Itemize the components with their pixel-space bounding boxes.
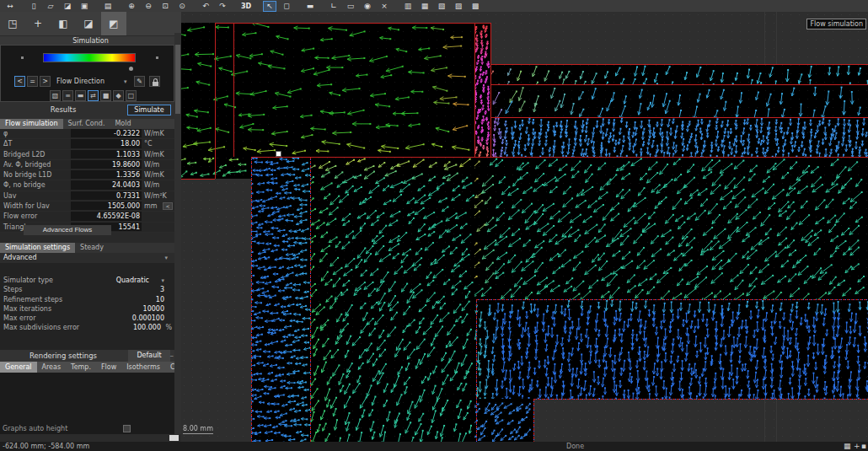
direction-greater-button[interactable]: > (40, 76, 51, 87)
select-tool-icon[interactable]: ↖ (263, 1, 276, 12)
small-view-icon[interactable]: ▪ (861, 442, 866, 451)
edit-pen-button[interactable]: ✎ (134, 76, 145, 87)
result-label: Φ, no bridge (3, 181, 46, 189)
advanced-mode-row[interactable]: Advanced ▾ (0, 253, 174, 263)
lines-style-icon[interactable]: ≡ (62, 90, 73, 101)
mesh-delete-tool-icon[interactable]: × (378, 1, 391, 12)
zoom-out-icon[interactable]: ⊖ (142, 1, 155, 12)
result-unit: W/mK (144, 151, 164, 158)
direction-equal-button[interactable]: = (27, 76, 38, 87)
layers-tab-icon[interactable]: ◧ (51, 12, 76, 35)
zoom-plus-icon[interactable]: + (854, 442, 860, 451)
transform-tab-icon[interactable]: + (25, 12, 51, 35)
sidebar-vertical-scrollbar[interactable] (174, 33, 181, 434)
field-selector-value[interactable]: Flow Direction (56, 78, 104, 85)
histogram-chart-icon[interactable]: ▧ (435, 1, 448, 12)
collapse-icon[interactable]: – (170, 352, 174, 360)
display-style-row: ▧≡▬⇄■◆□ (1, 90, 175, 101)
tab-simulation-settings[interactable]: Simulation settings (0, 243, 75, 253)
comment-tool-icon[interactable]: ▭ (344, 1, 357, 12)
result-row: Width for Uav1505.000mm< (0, 201, 174, 212)
rendering-preset-button[interactable]: Default (128, 350, 170, 362)
zoom-in-icon[interactable]: ⊕ (125, 1, 138, 12)
area-select-tool-icon[interactable]: ◻ (280, 1, 293, 12)
lock-button[interactable] (149, 76, 160, 87)
setting-label: Steps (3, 286, 22, 293)
corner-tool-icon[interactable]: ∟ (327, 1, 340, 12)
droplet-style-icon[interactable]: ◆ (113, 90, 124, 101)
project-tab-icon[interactable]: ◳ (0, 12, 25, 35)
graphs-auto-height-checkbox[interactable] (123, 425, 131, 432)
print-icon[interactable]: ▤ (101, 1, 115, 12)
outline-style-icon[interactable]: □ (126, 90, 137, 101)
result-row: Flow error4.65592E-08 (0, 212, 174, 222)
advanced-flows-button[interactable]: Advanced Flows (24, 225, 111, 235)
new-file-icon[interactable]: ▯ (27, 1, 40, 12)
result-value: -0.2322 (114, 130, 140, 137)
tab-areas[interactable]: Areas (37, 362, 67, 373)
filled-style-icon[interactable]: ■ (100, 90, 111, 101)
legend-panel: < = > Flow Direction ▾ ✎ ▧≡▬⇄■◆□ (0, 45, 174, 102)
redo-icon[interactable]: ↷ (216, 1, 229, 12)
simulation-tab-icon[interactable]: ◩ (101, 12, 126, 35)
open-file-icon[interactable]: ▱ (44, 1, 57, 12)
save-icon[interactable]: ▣ (78, 1, 91, 12)
width-uav-pick-button[interactable]: < (163, 202, 173, 210)
visibility-tool-icon[interactable]: ◉ (361, 1, 374, 12)
result-label: Uav (3, 192, 17, 200)
setting-value[interactable]: 0.000100 (132, 314, 164, 322)
tab-flow[interactable]: Flow (96, 362, 121, 373)
scrollbar-thumb[interactable] (169, 435, 179, 441)
zoom-window-icon[interactable]: ⊡ (158, 1, 172, 12)
results-label: Results (0, 105, 126, 114)
setting-value[interactable]: 3 (160, 286, 164, 293)
legend-left-dot (21, 56, 24, 59)
chevron-down-icon[interactable]: ▾ (164, 255, 168, 261)
measure-tool-icon[interactable]: ▬ (303, 1, 317, 12)
flow-simulation-canvas[interactable] (181, 12, 868, 442)
sidebar-horizontal-scrollbar[interactable] (0, 434, 181, 442)
tab-flow-simulation[interactable]: Flow simulation (0, 119, 63, 129)
components-tab-icon[interactable]: ◪ (76, 12, 101, 35)
chevron-down-icon[interactable]: ▾ (124, 78, 127, 85)
tab-steady[interactable]: Steady (75, 243, 109, 253)
gradient-slider-handle[interactable] (129, 67, 133, 71)
direction-less-button[interactable]: < (14, 76, 25, 87)
setting-value[interactable]: 100.000 (133, 324, 161, 331)
solid-style-icon[interactable]: ▬ (75, 90, 86, 101)
results-header-row: Results Simulate (0, 102, 174, 119)
tab-mold[interactable]: Mold (110, 119, 136, 129)
undo-icon[interactable]: ↶ (199, 1, 212, 12)
tab-general[interactable]: General (0, 362, 37, 373)
column-chart-icon[interactable]: ▦ (418, 1, 431, 12)
import-icon[interactable]: ◪ (61, 1, 74, 12)
result-value: 1.3356 (116, 171, 140, 179)
result-label: Av. Φ, bridged (3, 161, 51, 169)
graphs-auto-height-label: Graphs auto height (3, 425, 67, 432)
scale-indicator: 8.00 mm (183, 425, 213, 434)
scrollbar-thumb[interactable] (175, 45, 180, 114)
settings-area: Simulator typeQuadratic▾Steps3Refinement… (0, 263, 174, 360)
setting-value[interactable]: 10 (156, 296, 164, 303)
result-unit: W/m (144, 161, 159, 169)
report-chart-icon[interactable]: ▥ (401, 1, 415, 12)
color-scale-gradient[interactable] (43, 53, 136, 62)
arrows-style-icon[interactable]: ⇄ (88, 90, 99, 101)
legend-chart-icon[interactable]: ▩ (469, 1, 482, 12)
view-3d-button[interactable]: 3D (239, 1, 253, 12)
profile-chart-icon[interactable]: ▨ (452, 1, 465, 12)
sidebar: ◳+◧◪◩ Simulation < = > Flow Direction ▾ … (0, 12, 181, 442)
fit-view-icon[interactable]: ↔ (3, 1, 17, 12)
simulate-button[interactable]: Simulate (127, 105, 171, 115)
chevron-down-icon[interactable]: ▾ (161, 277, 164, 284)
zoom-fit-icon[interactable]: ⊙ (175, 1, 189, 12)
grid-view-icon[interactable]: ▦ (844, 442, 851, 451)
tab-isotherms[interactable]: Isotherms (121, 362, 165, 373)
gradient-style-icon[interactable]: ▧ (50, 90, 61, 101)
setting-row: Refinement steps10 (0, 295, 174, 304)
result-value: 15541 (119, 223, 140, 231)
tab-surf-cond-[interactable]: Surf. Cond. (63, 119, 110, 129)
setting-value[interactable]: Quadratic (116, 277, 149, 284)
tab-temp-[interactable]: Temp. (66, 362, 96, 373)
setting-value[interactable]: 10000 (143, 305, 164, 313)
